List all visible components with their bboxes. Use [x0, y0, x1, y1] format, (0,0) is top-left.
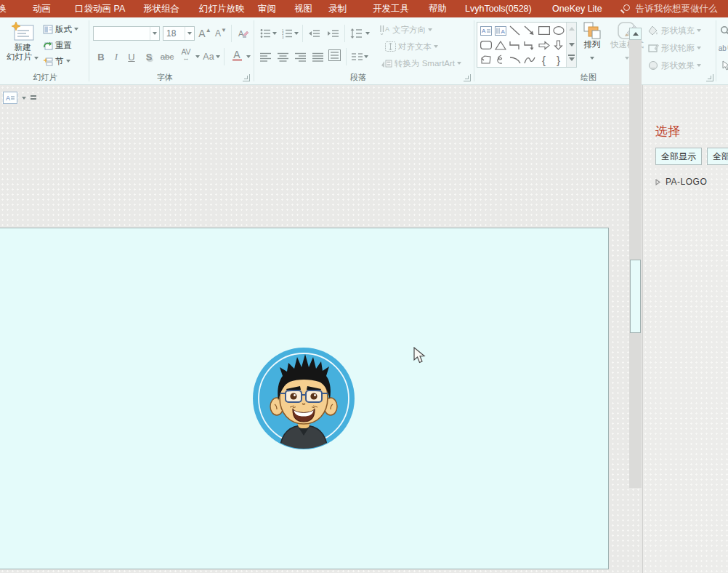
shape-right-brace-icon[interactable]: } [551, 52, 565, 67]
shape-left-brace-icon[interactable]: { [537, 52, 551, 67]
vertical-scrollbar[interactable] [629, 28, 642, 488]
drawing-dialog-launcher[interactable] [706, 74, 713, 81]
line-spacing-caret[interactable] [365, 26, 371, 41]
text-shadow-button[interactable]: S [142, 49, 155, 64]
tab-shape-combine[interactable]: 形状组合 [143, 0, 179, 17]
textbox-quick-caret[interactable] [22, 97, 26, 100]
shape-oval-icon[interactable] [551, 23, 565, 38]
shape-arc-icon[interactable] [508, 52, 522, 67]
shape-vertical-textbox-icon[interactable]: A [493, 23, 507, 38]
shape-rectangle-icon[interactable] [537, 23, 551, 38]
clear-formatting-button[interactable]: A [235, 26, 250, 41]
align-right-button[interactable] [294, 49, 307, 64]
tab-onekey-lite[interactable]: OneKey Lite [552, 0, 602, 17]
strikethrough-button[interactable]: abc [158, 49, 176, 64]
font-name-combobox[interactable] [93, 26, 160, 41]
select-button[interactable] [720, 58, 728, 73]
tab-help[interactable]: 帮助 [429, 0, 447, 17]
distribute-text-button[interactable] [327, 48, 341, 63]
justify-button[interactable] [311, 49, 324, 64]
tab-transitions[interactable]: 切换 [0, 0, 7, 17]
gallery-scroll-down-icon[interactable] [569, 43, 575, 47]
bold-button[interactable]: B [94, 49, 108, 64]
layout-button[interactable]: 版式 [43, 23, 78, 36]
find-button[interactable] [719, 23, 728, 38]
arrange-button[interactable]: 排列 [579, 21, 605, 63]
justify-icon [312, 52, 323, 62]
shape-textbox-icon[interactable]: A [479, 23, 493, 38]
shape-effects-button[interactable]: 形状效果 [648, 59, 701, 72]
bullets-button[interactable] [259, 26, 272, 41]
expand-triangle-icon[interactable] [655, 179, 660, 185]
numbering-caret[interactable] [294, 26, 299, 41]
character-spacing-caret[interactable] [195, 49, 201, 64]
shape-line-icon[interactable] [508, 23, 522, 38]
show-all-button[interactable]: 全部显示 [655, 148, 702, 165]
scrollbar-thumb[interactable] [630, 260, 641, 333]
new-slide-button[interactable]: 新建 幻灯片 [5, 21, 40, 62]
line-spacing-button[interactable] [349, 26, 363, 41]
convert-smartart-button[interactable]: 转换为 SmartArt [381, 57, 461, 70]
reset-button[interactable]: 重置 [43, 39, 72, 52]
align-center-button[interactable] [276, 49, 289, 64]
numbering-button[interactable]: 123 [280, 26, 294, 41]
grow-font-button[interactable]: A▲ [198, 26, 212, 41]
change-case-button[interactable]: Aa [203, 49, 219, 64]
tab-animations[interactable]: 动画 [33, 0, 51, 17]
shape-triangle-icon[interactable] [493, 38, 507, 52]
tell-me-search[interactable]: 告诉我你想要做什么 [636, 0, 718, 17]
hide-all-button[interactable]: 全部隐藏 [707, 148, 728, 165]
shape-outline-button[interactable]: 形状轮廓 [648, 41, 701, 55]
selection-pane-item[interactable]: PA-LOGO [655, 177, 707, 187]
shape-rounded-rectangle-icon[interactable] [479, 38, 493, 52]
shape-elbow-arrow-connector-icon[interactable] [522, 38, 536, 52]
search-icon[interactable] [623, 4, 630, 11]
collapse-chevron-icon[interactable] [31, 95, 37, 101]
shape-freeform-icon[interactable] [479, 52, 493, 67]
paragraph-dialog-launcher[interactable] [464, 74, 471, 81]
align-left-button[interactable] [259, 49, 272, 64]
replace-button[interactable]: ab↳ [719, 41, 728, 55]
tab-pocket-animation-pa[interactable]: 口袋动画 PA [75, 0, 125, 17]
character-spacing-button[interactable]: AV↔ [179, 48, 193, 63]
font-name-dropdown[interactable] [150, 27, 159, 40]
columns-button[interactable] [350, 49, 363, 64]
textbox-quick-icon[interactable]: A [3, 92, 17, 104]
font-size-combobox[interactable]: 18 [163, 26, 195, 41]
tab-view[interactable]: 视图 [294, 0, 312, 17]
font-color-caret[interactable] [246, 49, 251, 64]
decrease-indent-button[interactable] [307, 26, 321, 41]
section-button[interactable]: 节 [43, 55, 70, 68]
scrollbar-up-button[interactable] [629, 28, 642, 40]
pa-logo-avatar[interactable] [252, 347, 355, 450]
tab-developer[interactable]: 开发工具 [373, 0, 409, 17]
shape-fill-button[interactable]: 形状填充 [648, 24, 701, 37]
shapes-gallery-scrollbar[interactable] [566, 23, 576, 67]
gallery-more-icon[interactable] [569, 57, 575, 61]
shape-curve-icon[interactable] [522, 52, 536, 67]
align-text-button[interactable]: 对齐文本 [385, 40, 438, 53]
font-color-button[interactable]: A [228, 48, 246, 63]
shape-down-arrow-icon[interactable] [551, 38, 565, 52]
shape-arrow-icon[interactable] [522, 23, 536, 38]
tab-lvyhtools[interactable]: LvyhTools(0528) [465, 0, 532, 17]
bullets-caret[interactable] [272, 26, 278, 41]
shrink-font-button[interactable]: A▼ [214, 26, 228, 41]
shape-right-arrow-icon[interactable] [537, 38, 551, 52]
shapes-gallery[interactable]: A A [477, 22, 577, 68]
text-direction-button[interactable]: A 文字方向 [379, 23, 432, 36]
font-size-dropdown[interactable] [185, 27, 194, 40]
shape-elbow-connector-icon[interactable] [508, 38, 522, 52]
tab-slideshow[interactable]: 幻灯片放映 [199, 0, 245, 17]
gallery-scroll-up-icon[interactable] [569, 27, 575, 31]
tab-record[interactable]: 录制 [328, 0, 347, 17]
slide-canvas[interactable] [0, 228, 609, 569]
columns-caret[interactable] [363, 49, 369, 64]
italic-button[interactable]: I [110, 49, 122, 64]
shape-scribble-icon[interactable] [493, 52, 507, 67]
increase-indent-icon [327, 28, 339, 39]
tab-review[interactable]: 审阅 [258, 0, 276, 17]
underline-button[interactable]: U [125, 49, 138, 64]
font-dialog-launcher[interactable] [243, 74, 250, 81]
increase-indent-button[interactable] [325, 26, 340, 41]
